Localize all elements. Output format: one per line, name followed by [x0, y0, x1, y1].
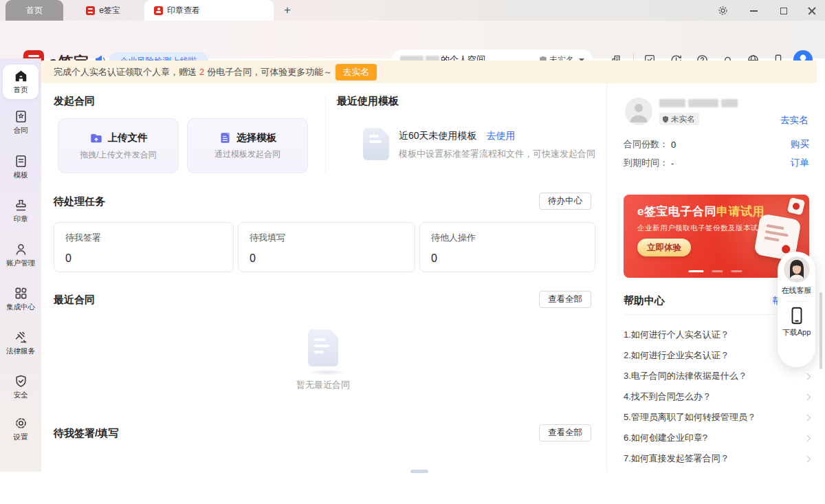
faq-item[interactable]: 3.电子合同的法律依据是什么？ [624, 366, 809, 386]
section-title-launch: 发起合同 [54, 95, 95, 108]
person-icon [14, 242, 28, 256]
task-card-others[interactable]: 待他人操作 0 [419, 222, 595, 272]
task-card-sign[interactable]: 待我签署 0 [54, 222, 234, 272]
sidebar-item-settings[interactable]: 设置 [3, 412, 38, 446]
notice-text: 份电子合同，可体验更多功能～ [207, 66, 332, 78]
choose-template-card[interactable]: 选择模板 通过模板发起合同 [187, 118, 308, 173]
orders-link[interactable]: 订单 [791, 157, 809, 169]
sidebar-item-home[interactable]: 首页 [3, 65, 38, 99]
recent-template-desc: 模板中设置标准签署流程和文件，可快速发起合同 [399, 148, 595, 160]
sidebar-item-contracts[interactable]: 合同 [3, 105, 38, 140]
sidebar-item-label: 模板 [14, 171, 28, 180]
view-all-pending-button[interactable]: 查看全部 [539, 424, 591, 441]
recent-template-title: 近60天未使用模板 [399, 130, 477, 141]
expire-value: - [671, 158, 674, 168]
sidebar-item-label: 法律服务 [6, 347, 35, 356]
gavel-icon [14, 330, 28, 344]
faq-item[interactable]: 4.找不到合同怎么办？ [624, 386, 809, 407]
redacted-profile-name [659, 99, 738, 107]
vertical-scrollbar[interactable] [820, 292, 822, 369]
tab-seal-view[interactable]: 印章查看 [144, 0, 274, 21]
chevron-right-icon [804, 435, 810, 441]
template-doc-icon [219, 131, 232, 144]
upload-folder-icon [89, 131, 103, 145]
go-verify-button[interactable]: 去实名 [336, 64, 377, 80]
ad-subtitle: 企业新用户领取电子签份数及版本试用 [637, 223, 766, 233]
sidebar-item-label: 合同 [14, 126, 28, 135]
upload-file-card[interactable]: 上传文件 拖拽/上传文件发合同 [58, 118, 179, 173]
empty-contracts-icon [308, 329, 346, 375]
online-service-label[interactable]: 在线客服 [782, 285, 812, 296]
window-close-button[interactable] [803, 4, 821, 17]
integration-grid-icon [14, 286, 28, 300]
recent-template-doc-icon [363, 128, 389, 160]
recent-template-row: 近60天未使用模板 去使用 [399, 130, 515, 142]
todo-center-button[interactable]: 待办中心 [539, 193, 591, 210]
profile-avatar [625, 98, 652, 125]
task-label: 待他人操作 [431, 232, 584, 244]
view-all-contracts-button[interactable]: 查看全部 [539, 291, 591, 308]
faq-item[interactable]: 6.如何创建企业印章? [624, 428, 809, 448]
home-icon [14, 69, 28, 83]
tab-esign[interactable]: e签宝 [69, 0, 138, 21]
window-maximize-button[interactable] [775, 4, 793, 17]
upload-file-title: 上传文件 [108, 131, 148, 144]
expire-label: 到期时间： [624, 157, 668, 169]
buy-link[interactable]: 购买 [791, 138, 809, 151]
upload-file-desc: 拖拽/上传文件发合同 [80, 149, 156, 161]
support-agent-avatar[interactable] [784, 256, 810, 283]
gear-icon [14, 416, 28, 430]
profile-verify-link[interactable]: 去实名 [780, 114, 808, 127]
esign-logo-icon [86, 6, 95, 15]
horizontal-scrollbar[interactable] [410, 470, 428, 473]
tab-bar: 首页 e签宝 印章查看 + [0, 0, 825, 21]
sidebar-item-label: 印章 [14, 215, 28, 224]
sidebar-item-integration[interactable]: 集成中心 [3, 282, 38, 316]
chevron-right-icon [804, 393, 810, 399]
auth-badge-label: 未实名 [671, 114, 695, 124]
choose-template-title: 选择模板 [236, 131, 276, 144]
app-window: 首页 e签宝 印章查看 + e签宝 企业风险检测上线啦 [0, 0, 825, 504]
new-tab-button[interactable]: + [279, 2, 296, 19]
sidebar-item-label: 集成中心 [6, 303, 35, 312]
app-header: e签宝 企业风险检测上线啦 的个人空间 未实名 [0, 21, 825, 58]
task-value: 0 [250, 252, 404, 265]
download-app-label[interactable]: 下载App [782, 327, 811, 338]
quota-label: 合同份数： [624, 138, 668, 151]
carousel-dots[interactable] [688, 270, 742, 272]
try-now-button[interactable]: 立即体验 [637, 239, 691, 256]
sidebar-item-security[interactable]: 安全 [3, 370, 38, 404]
task-card-fill[interactable]: 待我填写 0 [238, 222, 415, 272]
sidebar-item-account[interactable]: 账户管理 [3, 238, 38, 272]
section-divider [325, 96, 326, 173]
sidebar-item-legal[interactable]: 法律服务 [3, 326, 38, 360]
tab-esign-label: e签宝 [99, 5, 120, 17]
sidebar-item-seals[interactable]: 印章 [3, 194, 38, 228]
tab-home[interactable]: 首页 [6, 0, 63, 21]
chevron-right-icon [804, 455, 810, 461]
section-title-recent-contracts: 最近合同 [54, 294, 95, 307]
phone-icon[interactable] [789, 307, 805, 325]
contract-quota-row: 合同份数： 0 购买 [624, 138, 809, 151]
section-title-tasks: 待处理任务 [54, 195, 105, 208]
seal-icon [154, 6, 163, 15]
template-icon [14, 154, 28, 168]
window-minimize-button[interactable] [745, 4, 762, 17]
sidebar-item-label: 账户管理 [6, 259, 35, 268]
empty-contracts-text: 暂无最近合同 [268, 379, 378, 391]
contract-icon [14, 109, 28, 124]
shield-check-icon [14, 374, 28, 388]
sidebar-item-templates[interactable]: 模板 [3, 150, 38, 184]
ad-title: e签宝电子合同申请试用 [637, 204, 764, 219]
realname-notice-banner: 完成个人实名认证领取个人章，赠送 2 份电子合同，可体验更多功能～ [41, 61, 817, 83]
tab-home-label: 首页 [26, 5, 43, 17]
task-value: 0 [431, 252, 584, 265]
task-label: 待我签署 [65, 232, 222, 244]
widget-divider [786, 301, 807, 302]
faq-item[interactable]: 5.管理员离职了如何转授管理员？ [624, 407, 809, 428]
stamp-icon [14, 198, 28, 212]
notice-count: 2 [199, 67, 204, 77]
faq-item[interactable]: 7.如何直接发起签署合同？ [624, 448, 809, 469]
use-template-link[interactable]: 去使用 [486, 130, 515, 141]
settings-gear-icon[interactable] [714, 4, 732, 17]
